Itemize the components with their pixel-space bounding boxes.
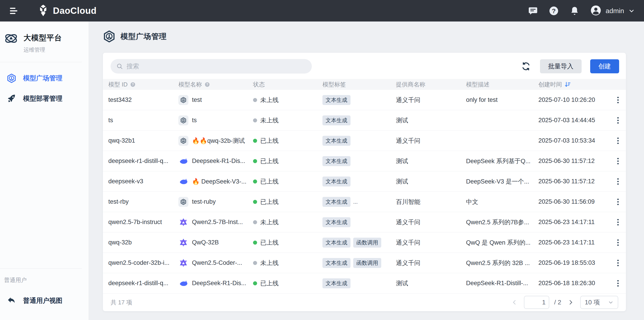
col-header-created: 创建时间 [538, 81, 562, 89]
provider-name: 通义千问 [396, 259, 420, 267]
page-size-select[interactable]: 10 项 [580, 296, 618, 309]
status-label: 已上线 [260, 157, 278, 165]
sidebar-item-model-deploy[interactable]: 模型部署管理 [0, 89, 89, 109]
table-body: test3432 test 未上线 文本生成 通义千问 only for tes… [103, 90, 626, 293]
hamburger-menu-icon[interactable] [9, 5, 22, 17]
table-row: qwen2.5-coder-32b-i... Qwen2.5-Coder-...… [103, 253, 626, 273]
refresh-icon[interactable] [520, 61, 532, 72]
row-actions-kebab-icon[interactable] [614, 176, 622, 187]
table-row: deepseek-r1-distill-q... Deepseek-R1-Dis… [103, 151, 626, 171]
avatar-icon [590, 5, 602, 17]
status-label: 未上线 [260, 96, 278, 104]
model-id: test-rby [108, 198, 129, 205]
sidebar-item-label: 模型部署管理 [23, 94, 62, 103]
column-help-icon[interactable]: ? [204, 82, 210, 88]
status-dot [253, 281, 257, 285]
table-row: qwen2.5-7b-instruct Qwen2.5-7B-Inst... 未… [103, 212, 626, 232]
row-actions-kebab-icon[interactable] [614, 115, 622, 126]
model-logo-icon [178, 238, 188, 248]
next-page-icon[interactable] [566, 298, 575, 307]
row-actions-kebab-icon[interactable] [614, 95, 622, 106]
page-title: 模型广场管理 [120, 32, 167, 42]
notifications-bell-icon[interactable] [570, 6, 580, 16]
column-help-icon[interactable]: ? [130, 82, 136, 88]
tag-list: 文本生成 [317, 217, 390, 227]
model-tag: 文本生成 [322, 95, 350, 105]
search-box [110, 59, 312, 74]
model-square-hexagon-icon [6, 73, 17, 84]
model-id: deepseek-r1-distill-q... [108, 158, 168, 165]
table-row: qwq-32b1 🔥🔥qwq-32b-测试 已上线 文本生成 通义千问 2025… [103, 131, 626, 151]
col-header-model-name: 模型名称 [178, 81, 202, 89]
table-row: deepseek-v3 🔥 DeepSeek-V3-... 已上线 文本生成 测… [103, 171, 626, 192]
created-time: 2025-06-19 18:55:03 [538, 259, 595, 266]
select-chevron-icon [608, 299, 614, 305]
page-title-hexagon-icon [103, 30, 116, 43]
messages-icon[interactable] [528, 6, 538, 16]
table-header: 模型 ID ? 模型名称 ? 状态 模型标签 提供商名称 模型描述 创建时间 [103, 79, 626, 90]
model-id: qwq-32b [108, 239, 132, 246]
table-row: qwq-32b QwQ-32B 已上线 文本生成函数调用 通义千问 QwQ 是 … [103, 232, 626, 253]
created-time: 2025-06-23 14:17:11 [538, 239, 595, 246]
bulk-import-button[interactable]: 批量导入 [540, 59, 582, 73]
page-input[interactable] [524, 296, 549, 309]
status-label: 未上线 [260, 116, 278, 124]
row-actions-kebab-icon[interactable] [614, 217, 622, 228]
sort-descending-icon[interactable] [564, 81, 571, 88]
sidebar-item-normal-user-view[interactable]: 普通用户视图 [0, 290, 89, 311]
model-name: 🔥 DeepSeek-V3-... [192, 178, 246, 185]
row-actions-kebab-icon[interactable] [614, 135, 622, 146]
model-id: deepseek-v3 [108, 178, 143, 185]
product-subtitle: 运维管理 [24, 46, 62, 53]
model-description: QwQ 是 Qwen 系列的... [466, 238, 530, 247]
tag-list: 文本生成函数调用 [317, 238, 390, 248]
created-time: 2025-06-18 18:26:30 [538, 280, 595, 287]
row-actions-kebab-icon[interactable] [614, 237, 622, 248]
provider-name: 通义千问 [396, 218, 420, 226]
svg-text:?: ? [206, 83, 208, 86]
create-button[interactable]: 创建 [590, 59, 619, 73]
model-description: only for test [466, 96, 498, 103]
help-icon[interactable]: ? [548, 6, 559, 16]
platform-logo-icon [4, 31, 18, 47]
page-total-label: / 2 [554, 299, 561, 306]
status-label: 已上线 [260, 198, 278, 206]
model-logo-icon [178, 177, 188, 186]
provider-name: 通义千问 [396, 238, 420, 247]
model-description: Qwen2.5 系列的7B参... [466, 218, 529, 226]
sidebar-item-model-square[interactable]: 模型广场管理 [0, 68, 89, 89]
provider-name: 测试 [396, 157, 408, 165]
model-tag: 文本生成 [322, 156, 350, 166]
row-actions-kebab-icon[interactable] [614, 156, 622, 167]
model-tag: 文本生成 [322, 115, 350, 125]
model-logo-icon [178, 136, 188, 146]
model-description: DeepSeek 系列基于Q... [466, 157, 530, 165]
tag-list: 文本生成 [317, 95, 390, 105]
model-logo-icon [178, 115, 188, 125]
provider-name: 百川智能 [396, 198, 420, 206]
search-input[interactable] [126, 63, 306, 70]
user-menu[interactable]: admin [590, 5, 635, 17]
model-logo-icon [178, 95, 188, 105]
model-tag: 函数调用 [353, 238, 381, 248]
row-actions-kebab-icon[interactable] [614, 196, 622, 207]
model-tag: 文本生成 [322, 278, 350, 288]
status-dot [253, 220, 257, 224]
page-size-value: 10 项 [585, 298, 600, 307]
status-label: 已上线 [260, 279, 278, 287]
tag-list: 文本生成 [317, 115, 390, 125]
daocloud-logo[interactable]: DaoCloud [37, 4, 96, 18]
created-time: 2025-06-30 11:57:12 [538, 178, 595, 185]
top-bar: DaoCloud ? [0, 0, 644, 22]
status-dot [253, 118, 257, 122]
rocket-icon [6, 94, 17, 104]
provider-name: 测试 [396, 177, 408, 186]
row-actions-kebab-icon[interactable] [614, 257, 622, 268]
status-label: 已上线 [260, 238, 278, 247]
model-logo-icon [178, 258, 188, 268]
status-dot [253, 179, 257, 184]
status-label: 未上线 [260, 259, 278, 267]
prev-page-icon[interactable] [510, 298, 519, 307]
row-actions-kebab-icon[interactable] [614, 278, 622, 289]
user-menu-chevron-icon [628, 8, 635, 14]
